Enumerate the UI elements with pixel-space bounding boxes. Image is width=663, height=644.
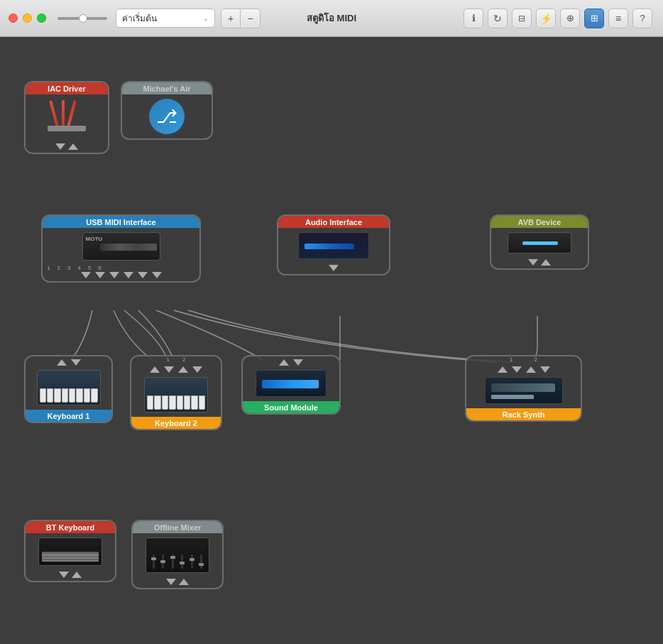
rack-synth-image: [466, 373, 581, 408]
connector-up-icon: [179, 579, 189, 585]
remove-button[interactable]: −: [241, 9, 261, 28]
rack-synth-label: Rack Synth: [466, 408, 581, 420]
avb-label: AVB Device: [491, 216, 588, 228]
avb-image: [491, 228, 588, 258]
bluetooth-icon: ⎇: [149, 99, 185, 134]
kb2-conn-top-2: [164, 366, 174, 373]
traffic-lights: [9, 13, 46, 23]
help-button[interactable]: ?: [632, 9, 652, 28]
topology-button[interactable]: ⊞: [584, 9, 604, 28]
device-avb[interactable]: AVB Device: [490, 214, 589, 270]
preset-label: ค่าเริ่มต้น: [122, 11, 157, 25]
piano-button[interactable]: ⊟: [512, 9, 532, 28]
offline-mixer-image: [133, 533, 222, 577]
rack-conn-top-2: [512, 366, 522, 373]
kb2-conn-top-3: [178, 366, 188, 373]
usb-midi-image: [43, 228, 199, 265]
iac-driver-icon: [42, 99, 92, 138]
kb1-connectors-top: [57, 356, 81, 366]
device-usb-midi[interactable]: USB MIDI Interface 1 2 3 4 5 6: [41, 214, 201, 283]
window-title: สตูดิโอ MIDI: [307, 11, 356, 26]
menu-button[interactable]: ≡: [608, 9, 628, 28]
iac-driver-image: [26, 94, 108, 142]
usb-midi-conn-2: [95, 272, 105, 278]
device-audio-interface[interactable]: Audio Interface: [277, 214, 390, 275]
rack-synth-icon: [485, 377, 563, 404]
connector-down-icon: [55, 143, 65, 150]
bluetooth-button[interactable]: ⚡: [536, 9, 556, 28]
usb-midi-icon: [82, 232, 160, 261]
rack-ports: 1 2: [466, 356, 581, 364]
device-bt-keyboard[interactable]: BT Keyboard: [24, 520, 116, 582]
kb2-conn-top-4: [192, 366, 202, 373]
sm-conn-top: [279, 359, 289, 366]
slider-track: [57, 17, 107, 20]
device-sound-module[interactable]: Sound Module: [241, 355, 341, 415]
keyboard2-label: Keyboard 2: [131, 417, 221, 429]
device-michaels-air[interactable]: Michael's Air ⎇: [121, 81, 213, 140]
sound-module-image: [243, 366, 339, 401]
audio-interface-image: [278, 228, 389, 263]
keyboard1-image: [26, 366, 111, 410]
rack-conn-top-4: [540, 366, 550, 373]
usb-midi-label: USB MIDI Interface: [43, 216, 199, 228]
usb-midi-conn-5: [138, 272, 148, 278]
fullscreen-button[interactable]: [37, 13, 46, 23]
usb-midi-conn-1: [81, 272, 91, 278]
chevron-down-icon: ⌄: [203, 15, 209, 22]
kb2-conn-top-1: [150, 366, 160, 373]
sm-conn-top-2: [293, 359, 303, 366]
rack-conn-top-1: [498, 366, 508, 373]
connector-up-icon: [68, 143, 78, 150]
bt-keyboard-icon: [38, 537, 102, 566]
michaels-air-image: ⎇: [122, 94, 212, 138]
device-offline-mixer[interactable]: Offline Mixer: [131, 520, 224, 589]
keyboard1-label: Keyboard 1: [26, 410, 111, 422]
connector-down-icon: [166, 579, 176, 585]
rack-connectors-top: [498, 364, 550, 373]
volume-slider[interactable]: [57, 17, 107, 20]
avb-icon: [508, 232, 571, 253]
connector-up-icon: [541, 259, 551, 266]
network-button[interactable]: ⊕: [560, 9, 580, 28]
close-button[interactable]: [9, 13, 18, 23]
kb1-conn-top-1: [57, 359, 67, 366]
usb-midi-conn-4: [124, 272, 133, 278]
slider-thumb: [79, 14, 87, 23]
connector-down-icon: [528, 259, 538, 266]
device-keyboard1[interactable]: Keyboard 1: [24, 355, 113, 423]
toolbar-right: ℹ ↻ ⊟ ⚡ ⊕ ⊞ ≡ ?: [464, 9, 654, 28]
midi-canvas: IAC Driver Michael's Air ⎇ USB MIDI I: [0, 37, 663, 644]
kb1-conn-top-2: [71, 359, 81, 366]
usb-midi-connectors-bottom: [78, 272, 165, 281]
device-iac-driver[interactable]: IAC Driver: [24, 81, 109, 154]
keyboard1-icon: [37, 370, 101, 405]
audio-connector-bottom: [329, 265, 339, 274]
refresh-button[interactable]: ↻: [488, 9, 508, 28]
bt-connector-bottom: [59, 572, 82, 581]
usb-midi-ports: 1 2 3 4 5 6: [43, 265, 199, 272]
audio-interface-label: Audio Interface: [278, 216, 389, 228]
keyboard2-icon: [144, 377, 208, 413]
connector-down-icon: [59, 572, 69, 578]
michaels-air-label: Michael's Air: [122, 82, 212, 94]
keyboard2-image: [131, 373, 221, 417]
add-remove-group: + −: [221, 9, 261, 28]
sound-module-icon: [256, 370, 327, 397]
sm-connectors-top: [279, 356, 303, 366]
info-button[interactable]: ℹ: [464, 9, 483, 28]
bt-keyboard-label: BT Keyboard: [26, 521, 115, 533]
device-keyboard2[interactable]: 1 2 Keyboard 2: [130, 355, 222, 430]
iac-connector-bottom: [55, 143, 78, 153]
add-button[interactable]: +: [221, 9, 241, 28]
connector-down-icon: [329, 265, 339, 271]
offline-mixer-icon: [146, 537, 209, 573]
device-rack-synth[interactable]: 1 2 Rack Synth: [465, 355, 582, 422]
preset-dropdown[interactable]: ค่าเริ่มต้น ⌄: [116, 9, 215, 28]
usb-midi-conn-3: [109, 272, 119, 278]
connector-up-icon: [72, 572, 82, 578]
minimize-button[interactable]: [23, 13, 32, 23]
kb2-connectors-top: [150, 364, 202, 373]
kb2-ports: 1 2: [131, 356, 221, 364]
audio-interface-icon: [298, 232, 369, 259]
